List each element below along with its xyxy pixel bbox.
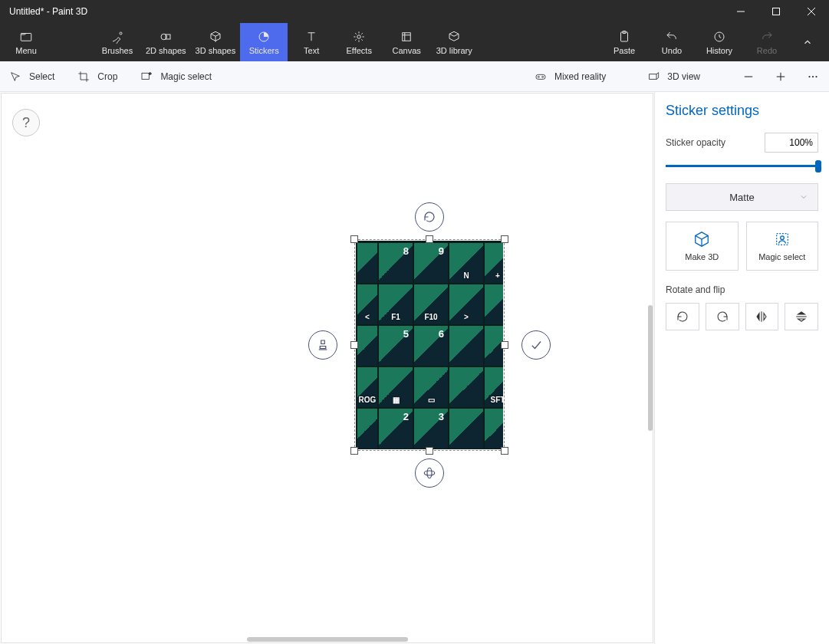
2d-shapes-icon	[159, 30, 173, 44]
handle-mr[interactable]	[501, 341, 508, 349]
undo-icon	[665, 30, 679, 44]
make-3d-button[interactable]: Make 3D	[666, 222, 739, 271]
text-icon	[304, 30, 318, 44]
svg-point-9	[357, 34, 361, 38]
svg-point-22	[808, 75, 810, 77]
horizontal-scrollbar[interactable]	[247, 637, 408, 642]
svg-point-23	[812, 75, 814, 77]
slider-thumb[interactable]	[815, 160, 821, 172]
tab-2d-shapes[interactable]: 2D shapes	[141, 23, 191, 61]
maximize-button[interactable]	[758, 0, 794, 23]
crop-icon	[77, 71, 90, 83]
svg-point-5	[120, 32, 122, 34]
flip-horizontal-button[interactable]	[745, 303, 779, 330]
tab-label: 3D shapes	[196, 46, 236, 55]
paste-icon	[617, 30, 631, 44]
expand-panel-button[interactable]	[791, 23, 824, 61]
close-button[interactable]	[794, 0, 829, 23]
menu-tab[interactable]: Menu	[5, 23, 48, 61]
rotate-cw-button[interactable]	[706, 303, 739, 330]
tab-label: Stickers	[249, 46, 279, 55]
canvas[interactable]: ? N+<F1F10>ROG▦▭SFTNEXTINFOTABINSDEL↖SP▲…	[1, 93, 653, 643]
sub-toolbar: Select Crop Magic select Mixed reality 3…	[0, 61, 829, 92]
tab-label: 2D shapes	[146, 46, 186, 55]
flip-vertical-button[interactable]	[785, 303, 818, 330]
3d-library-icon	[447, 30, 461, 44]
3d-shapes-icon	[209, 30, 222, 44]
tab-text[interactable]: Text	[288, 23, 335, 61]
settings-panel: Sticker settings Sticker opacity Matte M…	[654, 92, 829, 644]
make-3d-label: Make 3D	[685, 252, 719, 261]
svg-point-16	[538, 76, 539, 77]
zoom-out-button[interactable]	[742, 70, 755, 84]
paste-tab[interactable]: Paste	[600, 23, 648, 61]
opacity-label: Sticker opacity	[666, 137, 725, 148]
ribbon: Menu Brushes2D shapes3D shapesStickersTe…	[0, 23, 829, 61]
minimize-button[interactable]	[723, 0, 758, 23]
3d-view-label: 3D view	[667, 71, 700, 82]
mixed-reality-button[interactable]: Mixed reality	[535, 71, 606, 83]
svg-rect-1	[773, 8, 780, 15]
tab-3d-shapes[interactable]: 3D shapes	[191, 23, 241, 61]
history-label: History	[706, 46, 732, 55]
selection-border	[354, 239, 505, 451]
menu-label: Menu	[15, 46, 37, 55]
tab-effects[interactable]: Effects	[335, 23, 383, 61]
tab-stickers[interactable]: Stickers	[240, 23, 288, 61]
handle-tm[interactable]	[426, 235, 433, 243]
handle-tl[interactable]	[350, 235, 358, 243]
commit-button[interactable]	[521, 330, 551, 360]
magic-select-tool[interactable]: Magic select	[140, 71, 212, 83]
stamp-button[interactable]	[308, 330, 337, 360]
3d-view-button[interactable]: 3D view	[647, 71, 700, 83]
sticker-selection[interactable]: N+<F1F10>ROG▦▭SFTNEXTINFOTABINSDEL↖SP▲CT…	[354, 239, 505, 451]
mixed-reality-label: Mixed reality	[554, 71, 606, 82]
rotate-3d-button[interactable]	[415, 458, 444, 488]
magic-select-label: Magic select	[160, 71, 212, 82]
tab-label: 3D library	[436, 46, 472, 55]
opacity-slider[interactable]	[666, 159, 818, 172]
rotate-flip-label: Rotate and flip	[666, 284, 818, 295]
check-icon	[529, 338, 543, 352]
svg-rect-14	[142, 73, 149, 79]
svg-point-27	[427, 468, 432, 478]
undo-tab[interactable]: Undo	[648, 23, 696, 61]
svg-point-17	[542, 76, 544, 77]
opacity-input[interactable]	[765, 133, 818, 153]
handle-bm[interactable]	[426, 447, 433, 455]
rotate-z-button[interactable]	[415, 202, 444, 232]
magic-select-button[interactable]: Magic select	[746, 222, 819, 271]
rotate-ccw-button[interactable]	[666, 303, 699, 330]
help-button[interactable]: ?	[12, 109, 40, 136]
chevron-down-icon	[799, 192, 808, 202]
paste-label: Paste	[614, 46, 635, 55]
svg-rect-15	[536, 74, 545, 79]
zoom-in-button[interactable]	[774, 70, 788, 84]
history-tab[interactable]: History	[696, 23, 743, 61]
flip-vertical-icon	[794, 310, 808, 324]
tab-canvas[interactable]: Canvas	[383, 23, 430, 61]
tab-brushes[interactable]: Brushes	[94, 23, 141, 61]
more-button[interactable]	[806, 70, 820, 84]
history-icon	[712, 30, 726, 44]
tab-label: Text	[304, 46, 319, 55]
vertical-scrollbar[interactable]	[648, 305, 653, 431]
crop-tool[interactable]: Crop	[77, 71, 117, 83]
undo-label: Undo	[662, 46, 682, 55]
handle-tr[interactable]	[501, 235, 508, 243]
magic-select-card-label: Magic select	[758, 252, 805, 261]
brushes-icon	[110, 30, 124, 44]
handle-bl[interactable]	[350, 447, 358, 455]
rotate-3d-icon	[423, 466, 436, 480]
handle-br[interactable]	[501, 447, 508, 455]
material-dropdown[interactable]: Matte	[666, 183, 818, 211]
tab-label: Effects	[346, 46, 371, 55]
tab-3d-library[interactable]: 3D library	[430, 23, 478, 61]
handle-ml[interactable]	[350, 341, 358, 349]
folder-icon	[19, 30, 33, 44]
redo-label: Redo	[757, 46, 777, 55]
select-tool[interactable]: Select	[9, 71, 54, 83]
redo-icon	[760, 30, 774, 44]
select-label: Select	[29, 71, 54, 82]
rotate-cw-icon	[716, 310, 729, 324]
